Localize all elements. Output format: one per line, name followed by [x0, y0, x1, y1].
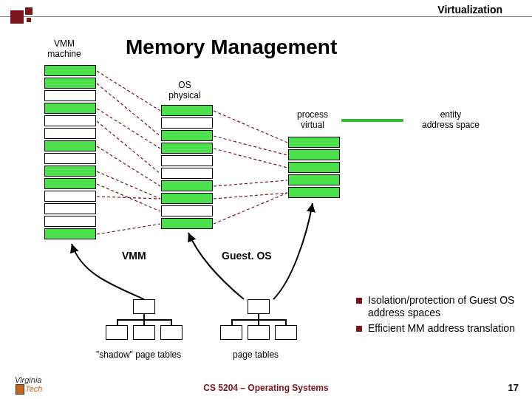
- svg-line-13: [97, 184, 160, 211]
- memory-cell: [44, 191, 96, 202]
- caption-vmm-machine: VMM machine: [38, 38, 90, 59]
- memory-cell: [288, 149, 340, 160]
- svg-line-10: [97, 121, 160, 174]
- svg-line-6: [214, 193, 287, 224]
- memory-cell: [44, 128, 96, 139]
- memory-cell: [161, 168, 213, 179]
- svg-line-2: [214, 136, 287, 155]
- column-vmm-machine: [44, 65, 96, 241]
- memory-cell: [161, 130, 213, 141]
- svg-line-3: [214, 149, 287, 168]
- memory-cell: [288, 162, 340, 173]
- header-rule: [0, 16, 532, 17]
- svg-line-5: [214, 193, 287, 199]
- bullet-item: Isolation/protection of Guest OS address…: [356, 294, 526, 319]
- caption-process-virtual: process virtual: [287, 109, 338, 130]
- svg-line-14: [97, 197, 160, 199]
- svg-line-9: [97, 109, 160, 149]
- memory-cell: [44, 115, 96, 126]
- header-logo-squares: [10, 3, 37, 30]
- svg-line-15: [97, 224, 160, 234]
- memory-cell: [44, 140, 96, 151]
- memory-cell: [161, 143, 213, 154]
- bullet-item: Efficient MM address translation: [356, 322, 526, 335]
- memory-cell: [161, 155, 213, 166]
- page-title: Memory Management: [126, 35, 337, 59]
- memory-cell: [288, 137, 340, 148]
- memory-cell: [44, 166, 96, 177]
- label-page-tables: page tables: [233, 349, 279, 360]
- svg-line-12: [97, 171, 160, 199]
- svg-line-1: [214, 111, 287, 143]
- memory-cell: [44, 78, 96, 89]
- memory-cell: [161, 180, 213, 191]
- memory-cell: [288, 174, 340, 185]
- svg-line-4: [214, 180, 287, 186]
- memory-cell: [161, 205, 213, 216]
- memory-cell: [161, 117, 213, 129]
- memory-cell: [288, 187, 340, 198]
- caption-os-physical: OS physical: [159, 80, 211, 100]
- memory-cell: [44, 203, 96, 214]
- column-process-virtual: [288, 137, 340, 200]
- label-guest-os: Guest. OS: [222, 250, 272, 262]
- memory-cell: [161, 105, 213, 116]
- footer-page: 17: [508, 382, 519, 393]
- label-vmm: VMM: [122, 250, 146, 262]
- bullet-list: Isolation/protection of Guest OS address…: [356, 294, 526, 338]
- svg-line-8: [97, 83, 160, 136]
- svg-line-7: [97, 71, 160, 111]
- memory-cell: [44, 103, 96, 114]
- memory-cell: [44, 65, 96, 76]
- memory-cell: [44, 153, 96, 164]
- memory-cell: [44, 178, 96, 189]
- svg-line-11: [97, 146, 160, 186]
- caption-entity-as: entity address space: [406, 109, 495, 130]
- label-shadow-page-tables: "shadow" page tables: [96, 349, 181, 360]
- memory-cell: [161, 218, 213, 229]
- column-os-physical: [161, 105, 213, 231]
- footer-course: CS 5204 – Operating Systems: [0, 383, 532, 393]
- memory-cell: [161, 193, 213, 204]
- memory-cell: [44, 216, 96, 227]
- memory-cell: [44, 90, 96, 101]
- memory-cell: [44, 228, 96, 239]
- header-section: Virtualization: [437, 4, 502, 16]
